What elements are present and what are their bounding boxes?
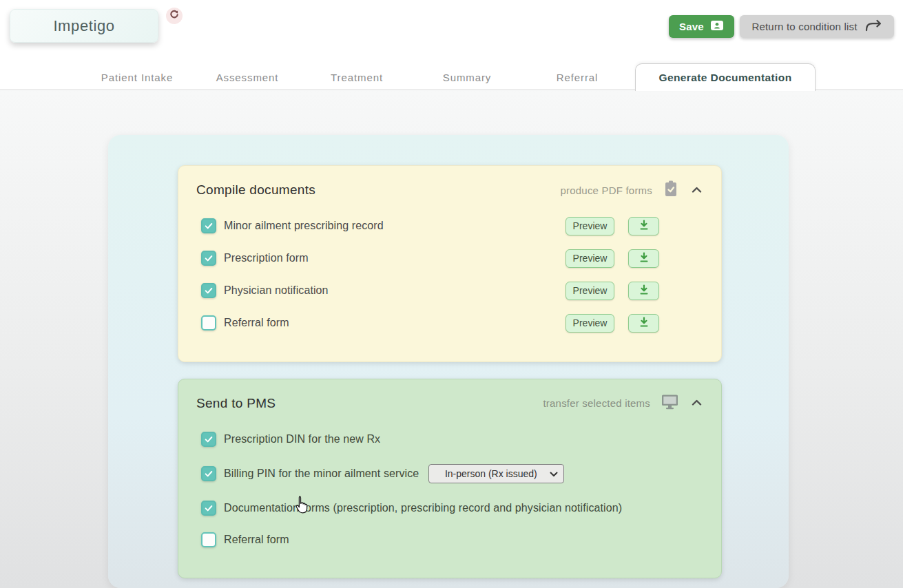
preview-button-prescription-form[interactable]: Preview bbox=[565, 249, 614, 268]
restore-badge[interactable] bbox=[166, 8, 183, 24]
save-button-label: Save bbox=[679, 21, 704, 32]
pms-row: Referral form bbox=[201, 530, 702, 549]
row-label: Billing PIN for the minor ailment servic… bbox=[224, 468, 419, 480]
preview-button-physician-notification[interactable]: Preview bbox=[565, 282, 614, 300]
condition-title: Impetigo bbox=[53, 17, 114, 35]
tab-generate-documentation[interactable]: Generate Documentation bbox=[635, 63, 816, 91]
row-label: Prescription form bbox=[224, 252, 309, 264]
checkbox-prescription-form[interactable] bbox=[201, 251, 216, 266]
pms-row: Documentation forms (prescription, presc… bbox=[201, 498, 702, 518]
check-icon bbox=[203, 468, 214, 479]
arrow-right-icon bbox=[864, 19, 882, 34]
checkbox-referral-form[interactable] bbox=[201, 315, 216, 330]
compile-row: Physician notification Preview bbox=[201, 281, 659, 300]
download-button-referral-form[interactable] bbox=[628, 314, 659, 333]
tab-generate-documentation-label: Generate Documentation bbox=[658, 72, 791, 84]
compile-panel-title: Compile documents bbox=[196, 182, 315, 198]
return-button-label: Return to condition list bbox=[751, 21, 857, 32]
return-to-condition-list-button[interactable]: Return to condition list bbox=[740, 15, 894, 38]
clipboard-check-icon bbox=[663, 180, 679, 201]
compile-panel-collapse-button[interactable] bbox=[689, 184, 703, 198]
app-window: Impetigo Save Return to condition lis bbox=[0, 0, 903, 588]
checkbox-prescription-din[interactable] bbox=[201, 432, 216, 447]
save-button[interactable]: Save bbox=[669, 15, 734, 38]
pms-panel-hint: transfer selected items bbox=[543, 397, 651, 409]
check-icon bbox=[203, 220, 214, 231]
download-icon bbox=[638, 284, 650, 298]
tab-assessment[interactable]: Assessment bbox=[216, 72, 279, 83]
compile-panel-hint: produce PDF forms bbox=[561, 185, 652, 196]
check-icon bbox=[203, 503, 214, 514]
row-label: Documentation forms (prescription, presc… bbox=[224, 502, 622, 514]
visit-type-select-value: In-person (Rx issued) bbox=[429, 468, 550, 479]
download-icon bbox=[638, 316, 650, 330]
tab-referral[interactable]: Referral bbox=[557, 72, 599, 83]
visit-type-select[interactable]: In-person (Rx issued) bbox=[428, 464, 564, 483]
chevron-up-icon bbox=[691, 398, 703, 408]
compile-row: Prescription form Preview bbox=[201, 249, 659, 268]
download-icon bbox=[638, 219, 650, 233]
row-label: Referral form bbox=[224, 317, 289, 329]
monitor-icon bbox=[661, 393, 679, 412]
checkbox-billing-pin[interactable] bbox=[201, 466, 216, 481]
download-button-prescribing-record[interactable] bbox=[628, 217, 659, 235]
compile-documents-panel: Compile documents produce PDF forms bbox=[178, 165, 722, 362]
download-icon bbox=[638, 251, 650, 266]
checkbox-pms-referral-form[interactable] bbox=[201, 532, 216, 547]
pms-panel-collapse-button[interactable] bbox=[689, 396, 703, 410]
preview-button-prescribing-record[interactable]: Preview bbox=[565, 217, 614, 235]
restore-icon bbox=[169, 10, 179, 22]
check-icon bbox=[203, 285, 214, 296]
row-label: Referral form bbox=[224, 534, 289, 546]
pms-panel-title: Send to PMS bbox=[196, 396, 276, 411]
check-icon bbox=[203, 434, 214, 445]
row-label: Physician notification bbox=[224, 284, 329, 297]
row-label: Prescription DIN for the new Rx bbox=[224, 433, 380, 445]
pms-row: Billing PIN for the minor ailment servic… bbox=[201, 464, 702, 483]
compile-row: Minor ailment prescribing record Preview bbox=[201, 216, 659, 235]
row-label: Minor ailment prescribing record bbox=[224, 220, 384, 232]
download-button-physician-notification[interactable] bbox=[628, 282, 659, 300]
preview-button-referral-form[interactable]: Preview bbox=[565, 314, 614, 333]
pms-row: Prescription DIN for the new Rx bbox=[201, 430, 702, 449]
tab-patient-intake[interactable]: Patient Intake bbox=[101, 72, 173, 83]
condition-title-chip: Impetigo bbox=[10, 9, 158, 43]
send-to-pms-panel: Send to PMS transfer selected items bbox=[178, 379, 722, 578]
checkbox-minor-ailment-prescribing-record[interactable] bbox=[201, 218, 216, 233]
check-icon bbox=[203, 253, 214, 264]
documentation-card: Compile documents produce PDF forms bbox=[108, 135, 789, 588]
download-button-prescription-form[interactable] bbox=[628, 249, 659, 268]
checkbox-documentation-forms[interactable] bbox=[201, 501, 216, 516]
tab-treatment[interactable]: Treatment bbox=[331, 72, 383, 83]
chevron-up-icon bbox=[691, 185, 703, 196]
checkbox-physician-notification[interactable] bbox=[201, 283, 216, 298]
chevron-down-icon bbox=[550, 468, 563, 479]
compile-row: Referral form Preview bbox=[201, 313, 659, 333]
contact-save-icon bbox=[710, 20, 724, 33]
tab-summary[interactable]: Summary bbox=[443, 72, 491, 83]
